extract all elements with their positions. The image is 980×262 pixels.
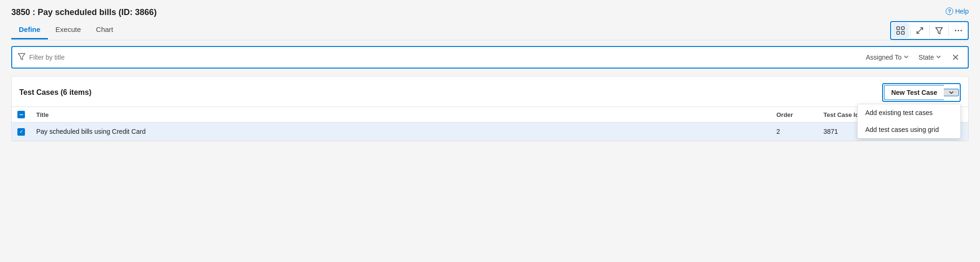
tab-chart[interactable]: Chart — [88, 22, 121, 39]
svg-marker-10 — [18, 54, 25, 60]
assigned-to-label: Assigned To — [866, 54, 901, 61]
toolbar — [890, 21, 969, 40]
expand-button[interactable] — [911, 23, 928, 38]
test-cases-panel: Test Cases (6 items) New Test Case Add e… — [11, 76, 969, 141]
new-test-case-button[interactable]: New Test Case — [884, 85, 944, 100]
table-row: ✓ Pay scheduled bills using Credit Card … — [12, 123, 968, 141]
more-icon — [954, 26, 963, 35]
tab-execute[interactable]: Execute — [48, 22, 88, 39]
filter-button[interactable] — [931, 23, 948, 38]
filter-dropdowns: Assigned To State — [862, 51, 962, 64]
toolbar-divider-2 — [929, 25, 930, 36]
new-test-case-area: New Test Case Add existing test cases Ad… — [882, 83, 961, 102]
select-all-checkbox[interactable]: − — [17, 111, 25, 118]
new-test-case-dropdown-button[interactable] — [944, 89, 959, 96]
page-title: 3850 : Pay scheduled bills (ID: 3866) — [11, 8, 157, 17]
svg-rect-3 — [901, 31, 904, 34]
state-label: State — [918, 54, 934, 61]
tab-bar: Define Execute Chart — [11, 22, 121, 39]
new-test-case-group: New Test Case — [882, 83, 961, 102]
filter-input[interactable] — [29, 54, 862, 61]
filter-icon — [935, 26, 943, 35]
new-test-case-menu: Add existing test cases Add test cases u… — [857, 104, 961, 139]
state-chevron — [936, 54, 941, 61]
filter-bar: Assigned To State — [11, 46, 969, 69]
help-label: Help — [955, 8, 969, 15]
filter-bar-icon — [18, 53, 25, 62]
close-icon — [952, 54, 959, 61]
assigned-to-chevron — [903, 54, 909, 61]
help-circle-icon: ? — [946, 8, 953, 15]
state-dropdown[interactable]: State — [915, 52, 945, 63]
svg-marker-6 — [936, 28, 942, 34]
grid-icon — [896, 26, 905, 35]
assigned-to-dropdown[interactable]: Assigned To — [862, 52, 913, 63]
row-checkbox-cell: ✓ — [12, 123, 31, 141]
row-title: Pay scheduled bills using Credit Card — [31, 123, 771, 141]
col-header-title: Title — [31, 107, 771, 123]
svg-rect-0 — [897, 27, 900, 30]
svg-rect-1 — [901, 27, 904, 30]
toolbar-divider-3 — [948, 25, 949, 36]
tab-define[interactable]: Define — [11, 22, 48, 39]
svg-line-4 — [920, 28, 923, 31]
chevron-down-icon-2 — [936, 54, 941, 60]
test-cases-table-container: − Title Order Test Case Id Assigned ✓ Pa… — [12, 107, 968, 141]
row-checkbox[interactable]: ✓ — [17, 128, 25, 136]
col-header-order: Order — [771, 107, 818, 123]
help-link[interactable]: ? Help — [946, 8, 969, 15]
col-header-checkbox: − — [12, 107, 31, 123]
dropdown-chevron-icon — [948, 89, 955, 96]
panel-title: Test Cases (6 items) — [19, 88, 92, 97]
filter-close-button[interactable] — [949, 51, 962, 64]
add-test-cases-grid-item[interactable]: Add test cases using grid — [858, 121, 960, 138]
grid-view-button[interactable] — [892, 23, 909, 38]
expand-icon — [916, 26, 924, 35]
svg-point-7 — [955, 30, 956, 31]
svg-point-9 — [961, 30, 962, 31]
row-order: 2 — [771, 123, 818, 141]
table-header-row: − Title Order Test Case Id Assigned — [12, 107, 968, 123]
toolbar-divider-1 — [910, 25, 910, 36]
test-cases-table: − Title Order Test Case Id Assigned ✓ Pa… — [12, 107, 968, 141]
filter-bar-funnel-icon — [18, 53, 25, 60]
panel-header: Test Cases (6 items) New Test Case Add e… — [12, 77, 968, 107]
more-options-button[interactable] — [950, 23, 967, 38]
svg-rect-2 — [897, 31, 900, 34]
chevron-down-icon — [903, 54, 909, 60]
svg-point-8 — [958, 30, 959, 31]
add-existing-test-cases-item[interactable]: Add existing test cases — [858, 104, 960, 121]
svg-line-5 — [917, 31, 920, 33]
